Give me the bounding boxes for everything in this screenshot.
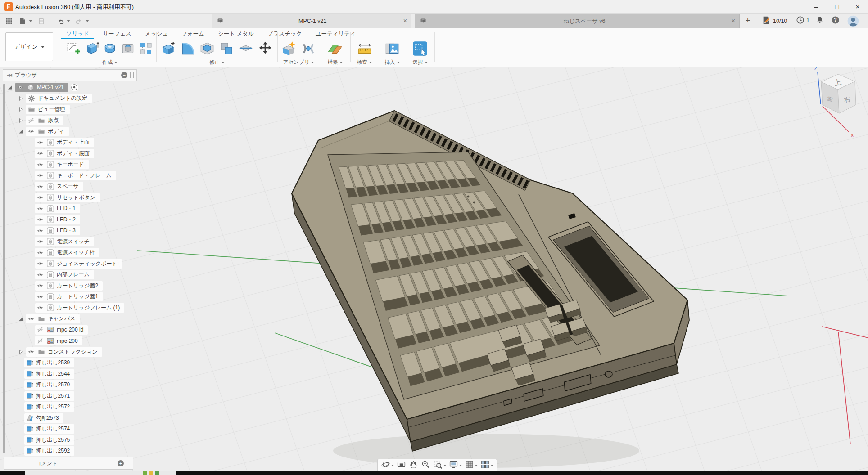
zoom-button[interactable]: [420, 460, 432, 471]
joint-icon[interactable]: [298, 40, 318, 58]
visibility-eye-icon[interactable]: [36, 282, 44, 289]
tree-row[interactable]: ドキュメントの設定: [0, 94, 140, 103]
tree-item[interactable]: 内部フレーム: [35, 270, 94, 279]
maximize-button[interactable]: □: [827, 0, 847, 13]
fillet-icon[interactable]: [178, 40, 198, 58]
browser-scrollbar[interactable]: [3, 84, 5, 453]
visibility-eye-icon[interactable]: [27, 128, 35, 135]
tree-row[interactable]: カートリッジ蓋2: [0, 281, 140, 291]
tree-row[interactable]: 押し出し2570: [0, 380, 140, 390]
visibility-eye-icon[interactable]: [36, 238, 44, 245]
visibility-eye-icon[interactable]: [36, 293, 44, 300]
visibility-eye-icon[interactable]: [27, 315, 35, 323]
collapsed-arrow-icon[interactable]: [17, 106, 24, 113]
job-status-button[interactable]: 1: [796, 16, 809, 26]
group-label-検査[interactable]: 検査: [350, 59, 379, 66]
tree-row[interactable]: 電源スイッチ枠: [0, 248, 140, 258]
new-component-icon[interactable]: [279, 40, 298, 58]
measure-icon[interactable]: [352, 40, 377, 58]
tree-item[interactable]: キーボード: [35, 160, 89, 169]
visibility-eye-icon[interactable]: [36, 161, 44, 168]
tree-item[interactable]: ボディ・底面: [35, 149, 94, 158]
tree-item[interactable]: カートリッジフレーム (1): [35, 303, 124, 313]
tree-row[interactable]: 押し出し2539: [0, 358, 140, 368]
tree-row[interactable]: ジョイスティックポート: [0, 259, 140, 269]
ribbon-tab-ソリッド[interactable]: ソリッド: [59, 28, 96, 39]
visibility-eye-icon[interactable]: [36, 183, 44, 190]
browser-panel-header[interactable]: ◀◀ ブラウザ −: [3, 69, 137, 81]
visibility-eye-off-icon[interactable]: [27, 117, 35, 124]
chevron-down-icon[interactable]: [86, 20, 89, 22]
visibility-eye-icon[interactable]: [36, 271, 44, 278]
tree-row[interactable]: 原点: [0, 116, 140, 125]
ribbon-tab-フォーム[interactable]: フォーム: [175, 28, 211, 39]
minimize-button[interactable]: –: [806, 0, 827, 13]
tree-item[interactable]: スペーサ: [35, 182, 83, 191]
document-tab[interactable]: MPC-1 v21×: [212, 14, 411, 28]
tree-row[interactable]: キーボード: [0, 160, 140, 170]
tree-row[interactable]: 押し出し2592: [0, 446, 140, 456]
chevron-down-icon[interactable]: [29, 20, 32, 22]
tree-item[interactable]: 電源スイッチ: [35, 237, 94, 246]
tree-item[interactable]: 押し出し2539: [24, 358, 74, 367]
group-label-構築[interactable]: 構築: [320, 59, 350, 66]
tree-row[interactable]: LED・3: [0, 226, 140, 236]
group-label-挿入[interactable]: 挿入: [379, 59, 406, 66]
ribbon-tab-プラスチック[interactable]: プラスチック: [261, 28, 309, 39]
tree-row[interactable]: スペーサ: [0, 182, 140, 192]
combine-icon[interactable]: [217, 40, 236, 58]
tree-row[interactable]: 電源スイッチ: [0, 237, 140, 246]
document-tab[interactable]: ねじスペーサ v6×: [415, 14, 740, 28]
display-button[interactable]: [448, 460, 463, 471]
viewports-button[interactable]: [479, 460, 495, 471]
create-sketch-icon[interactable]: [65, 40, 83, 58]
tree-row[interactable]: 押し出し2572: [0, 402, 140, 412]
tree-row[interactable]: 押し出し2571: [0, 391, 140, 401]
tree-row[interactable]: ビュー管理: [0, 104, 140, 114]
undo-button[interactable]: [55, 16, 66, 27]
ribbon-tab-サーフェス[interactable]: サーフェス: [96, 28, 138, 39]
tree-item[interactable]: ジョイスティックポート: [35, 259, 122, 269]
tree-item[interactable]: 原点: [26, 116, 63, 125]
tree-item[interactable]: キーボード・フレーム: [35, 171, 116, 180]
move-icon[interactable]: [256, 40, 275, 58]
close-tab-icon[interactable]: ×: [403, 17, 407, 24]
tree-item[interactable]: 押し出し2544: [24, 369, 74, 379]
comment-panel-header[interactable]: コメント +: [4, 457, 133, 470]
tree-item[interactable]: 押し出し2571: [24, 391, 74, 401]
tree-row[interactable]: キーボード・フレーム: [0, 170, 140, 180]
visibility-eye-icon[interactable]: [36, 194, 44, 201]
tree-item[interactable]: LED・3: [35, 226, 80, 235]
tree-item[interactable]: mpc-200: [35, 336, 82, 345]
tree-item[interactable]: リセットボタン: [35, 193, 100, 202]
tree-row[interactable]: 押し出し2575: [0, 435, 140, 445]
ribbon-tab-ユーティリティ[interactable]: ユーティリティ: [309, 28, 362, 39]
close-tab-icon[interactable]: ×: [732, 17, 735, 24]
visibility-eye-icon[interactable]: [36, 216, 44, 223]
tree-item[interactable]: LED・1: [35, 204, 80, 213]
tree-item[interactable]: ボディ・上面: [35, 138, 94, 147]
revolve-icon[interactable]: [101, 40, 119, 58]
visibility-eye-off-icon[interactable]: [36, 326, 44, 333]
tree-item[interactable]: MPC-1 v21: [15, 83, 68, 92]
visibility-eye-icon[interactable]: [36, 172, 44, 179]
visibility-eye-icon[interactable]: [27, 348, 35, 355]
visibility-eye-icon[interactable]: [36, 249, 44, 256]
tree-row[interactable]: ボディ・底面: [0, 148, 140, 158]
tree-item[interactable]: 押し出し2570: [24, 380, 74, 390]
pan-button[interactable]: [407, 460, 420, 471]
tree-item[interactable]: 押し出し2575: [24, 435, 74, 445]
tree-row[interactable]: ボディ・上面: [0, 138, 140, 148]
group-label-選択[interactable]: 選択: [406, 59, 434, 66]
visibility-eye-icon[interactable]: [36, 150, 44, 157]
tree-row[interactable]: mpc-200: [0, 336, 140, 346]
redo-button[interactable]: [74, 16, 85, 27]
tree-row[interactable]: mpc-200 ld: [0, 325, 140, 335]
ribbon-tab-シート メタル[interactable]: シート メタル: [211, 28, 261, 39]
tree-item[interactable]: ボディ: [26, 127, 69, 136]
press-pull-icon[interactable]: [159, 40, 178, 58]
insert-canvas-icon[interactable]: [380, 40, 404, 58]
tree-row[interactable]: リセットボタン: [0, 193, 140, 202]
tree-row[interactable]: 押し出し2544: [0, 369, 140, 379]
visibility-eye-icon[interactable]: [17, 84, 24, 91]
